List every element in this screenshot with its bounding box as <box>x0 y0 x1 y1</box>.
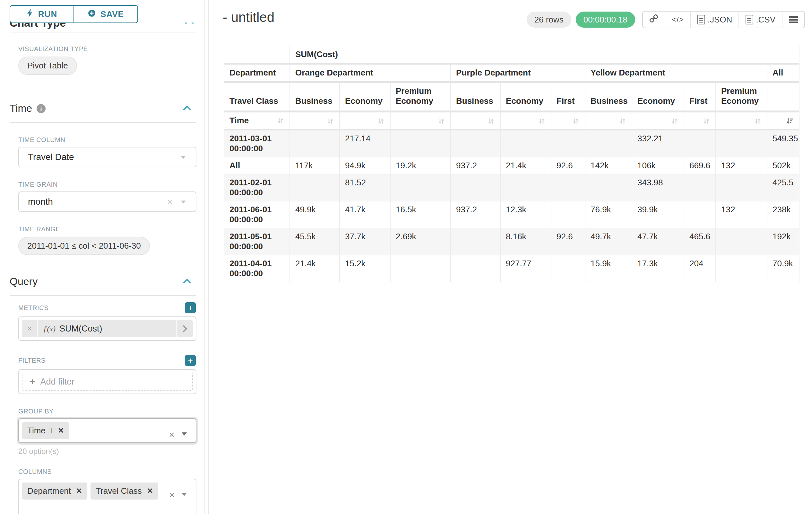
pivot-cell: 92.6 <box>551 228 585 255</box>
pivot-cell <box>451 228 501 255</box>
time-grain-select[interactable]: month × <box>18 191 196 212</box>
pivot-cell: 217.14 <box>340 130 390 157</box>
sortable-column-cell <box>340 112 390 130</box>
menu-button[interactable] <box>782 11 804 28</box>
query-section-header[interactable]: Query <box>10 276 196 288</box>
metric-chip[interactable]: × ƒ(x) SUM(Cost) <box>22 320 193 337</box>
chart-area: - untitled 26 rows 00:00:00.18 </> <box>209 0 812 514</box>
metrics-label: METRICS <box>18 304 49 312</box>
col-group-yellow: Yellow Department <box>585 64 767 83</box>
time-axis-label: Time <box>230 116 249 126</box>
export-toolbar: </> .JSON .CSV <box>642 11 805 28</box>
pivot-cell <box>716 228 767 255</box>
sort-icon[interactable] <box>538 117 546 125</box>
panel-scrollbar[interactable] <box>204 0 205 514</box>
chip-label: Travel Class <box>96 486 142 496</box>
pivot-cell: 106k <box>632 157 684 174</box>
export-csv-label: .CSV <box>756 15 775 25</box>
chevron-up-icon[interactable] <box>182 105 192 112</box>
time-range-value[interactable]: 2011-01-01 ≤ col < 2011-06-30 <box>18 237 150 255</box>
pivot-cell <box>716 174 767 201</box>
sort-icon[interactable] <box>377 117 385 125</box>
sort-icon[interactable] <box>702 117 710 125</box>
export-json-button[interactable]: .JSON <box>690 11 739 28</box>
save-button[interactable]: SAVE <box>74 5 138 23</box>
group-by-select[interactable]: Time i ✕ × <box>18 418 196 443</box>
pivot-cell <box>451 255 501 282</box>
pivot-cell: 15.2k <box>340 255 390 282</box>
sub-col-header: Premium Economy <box>716 83 767 112</box>
remove-chip-icon[interactable]: ✕ <box>76 487 82 495</box>
sort-icon[interactable] <box>671 117 678 125</box>
pivot-row: 2011-06-01 00:00:0049.9k41.7k16.5k937.21… <box>224 201 800 228</box>
add-filter-plus-button[interactable]: + <box>185 355 196 366</box>
add-filter-button[interactable]: + Add filter <box>22 373 193 390</box>
pivot-cell: 76.9k <box>585 201 632 228</box>
columns-select[interactable]: Department ✕ Travel Class ✕ × <box>18 479 196 514</box>
sortable-column-cell <box>585 112 632 130</box>
pivot-row: 2011-02-01 00:00:0081.52343.98425.5 <box>224 174 800 201</box>
sort-icon[interactable] <box>572 117 580 125</box>
filters-container: + Add filter <box>18 369 196 394</box>
chevron-right-icon[interactable] <box>176 320 193 337</box>
pivot-cell: 132 <box>716 201 767 228</box>
chart-title[interactable]: - untitled <box>223 10 274 25</box>
add-metric-button[interactable]: + <box>185 302 196 313</box>
group-by-chip-time[interactable]: Time i ✕ <box>22 422 69 439</box>
result-controls: 26 rows 00:00:00.18 </> <box>527 11 805 28</box>
pivot-table: SUM(Cost) Department Orange Department P… <box>224 46 800 282</box>
info-icon: i <box>51 427 53 435</box>
travel-class-header-row: Travel Class Business Economy Premium Ec… <box>224 83 800 112</box>
view-query-button[interactable]: </> <box>665 11 690 28</box>
visualization-type-value[interactable]: Pivot Table <box>18 57 77 75</box>
pivot-cell: 16.5k <box>390 201 451 228</box>
sort-icon[interactable] <box>754 117 762 125</box>
pivot-cell: 49.7k <box>585 228 632 255</box>
clear-icon[interactable]: × <box>167 196 173 207</box>
file-csv-icon <box>746 15 753 24</box>
pivot-cell <box>501 174 551 201</box>
control-panel: RUN SAVE Chart Type VISUALIZATION TYPE P… <box>0 0 209 514</box>
clear-icon[interactable]: × <box>169 490 175 501</box>
pivot-cell: 927.77 <box>501 255 551 282</box>
pivot-cell <box>501 130 551 157</box>
pivot-cell <box>684 174 716 201</box>
chevron-up-icon[interactable] <box>182 278 192 286</box>
divider <box>10 122 196 123</box>
remove-metric-icon[interactable]: × <box>22 320 38 337</box>
columns-chip-department[interactable]: Department ✕ <box>22 483 87 499</box>
pivot-cell <box>290 130 340 157</box>
remove-chip-icon[interactable]: ✕ <box>58 426 64 435</box>
pivot-table-container: SUM(Cost) Department Orange Department P… <box>224 46 800 282</box>
remove-chip-icon[interactable]: ✕ <box>147 487 153 495</box>
sub-col-header: Premium Economy <box>390 83 451 112</box>
time-column-label: TIME COLUMN <box>18 136 196 143</box>
run-save-button-group: RUN SAVE <box>10 5 138 23</box>
sort-icon[interactable] <box>487 117 495 125</box>
export-json-label: .JSON <box>708 15 732 25</box>
run-button[interactable]: RUN <box>10 5 74 23</box>
sort-icon[interactable] <box>619 117 627 125</box>
caret-down-icon <box>180 491 188 498</box>
department-axis-label: Department <box>224 64 290 83</box>
pivot-cell <box>290 174 340 201</box>
pivot-cell: 549.35 <box>767 130 800 157</box>
function-icon: ƒ(x) <box>43 324 56 333</box>
filters-label: FILTERS <box>18 357 46 364</box>
sort-descending-icon[interactable] <box>786 117 794 125</box>
time-section-header[interactable]: Time i <box>10 103 196 114</box>
export-csv-button[interactable]: .CSV <box>738 11 782 28</box>
columns-label: COLUMNS <box>18 468 196 476</box>
pivot-cell: 45.5k <box>290 228 340 255</box>
caret-down-icon <box>180 152 187 162</box>
sort-icon[interactable] <box>437 117 445 125</box>
sub-col-header <box>767 83 800 112</box>
pivot-cell <box>551 174 585 201</box>
sort-icon[interactable] <box>326 117 334 125</box>
columns-chip-travel-class[interactable]: Travel Class ✕ <box>90 483 158 499</box>
time-column-select[interactable]: Travel Date <box>18 147 196 167</box>
sub-col-header: Economy <box>340 83 390 112</box>
copy-link-button[interactable] <box>643 11 665 28</box>
clear-icon[interactable]: × <box>169 429 175 440</box>
sort-icon[interactable] <box>277 117 284 125</box>
